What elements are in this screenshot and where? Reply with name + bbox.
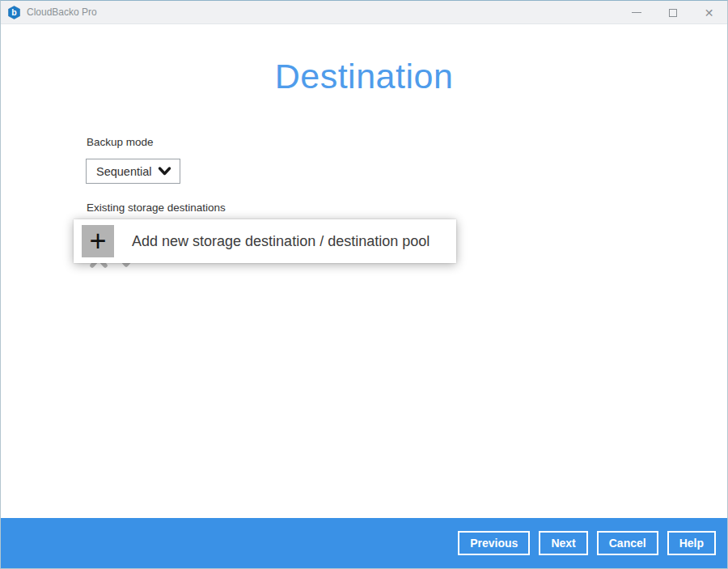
next-button[interactable]: Next (539, 531, 587, 555)
app-window: b CloudBacko Pro ✕ Destination Backup mo… (0, 0, 728, 569)
app-logo-icon: b (7, 6, 21, 19)
add-destination-label: Add new storage destination / destinatio… (132, 233, 430, 250)
footer-bar: Previous Next Cancel Help (1, 518, 727, 568)
backup-mode-label: Backup mode (87, 136, 154, 148)
add-destination-button[interactable]: + Add new storage destination / destinat… (74, 219, 456, 263)
existing-destinations-label: Existing storage destinations (87, 202, 226, 214)
logo-letter: b (11, 7, 16, 17)
previous-button[interactable]: Previous (458, 531, 530, 555)
window-title: CloudBacko Pro (27, 6, 97, 18)
close-button[interactable]: ✕ (691, 1, 727, 24)
backup-mode-value: Sequential (96, 165, 158, 178)
chevron-down-icon (158, 166, 171, 176)
plus-icon: + (82, 225, 114, 257)
cancel-button[interactable]: Cancel (597, 531, 658, 555)
maximize-button[interactable] (654, 1, 691, 24)
titlebar: b CloudBacko Pro ✕ (1, 1, 727, 24)
close-icon: ✕ (705, 7, 714, 19)
minimize-button[interactable] (618, 1, 654, 24)
backup-mode-dropdown[interactable]: Sequential (86, 159, 180, 184)
page-title: Destination (1, 57, 727, 96)
wizard-content: Destination Backup mode Sequential Exist… (1, 24, 727, 518)
maximize-icon (669, 9, 677, 17)
window-controls: ✕ (618, 1, 727, 24)
help-button[interactable]: Help (667, 531, 716, 555)
minimize-icon (632, 12, 641, 13)
